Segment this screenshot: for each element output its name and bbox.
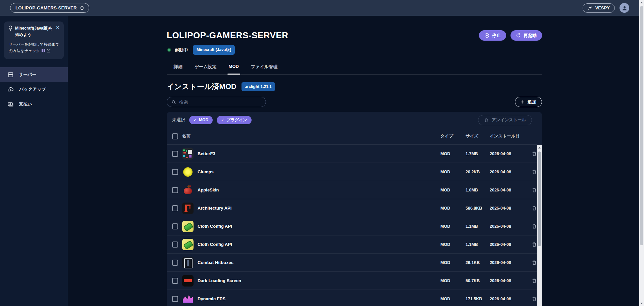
row-checkbox[interactable]: [172, 242, 178, 248]
stop-server-button[interactable]: 停止: [479, 30, 506, 41]
mod-name: Cloth Config API: [196, 242, 440, 247]
mod-table-row[interactable]: BetterF3 MOD 1.7MB 2026-04-08: [167, 145, 542, 163]
mod-table-row[interactable]: AppleSkin MOD 1.0MB 2026-04-08: [167, 181, 542, 199]
check-icon: ✓: [221, 118, 224, 122]
mod-table-row[interactable]: Combat Hitboxes MOD 26.1KB 2026-04-08: [167, 254, 542, 272]
uninstall-button[interactable]: アンインストール: [478, 115, 532, 125]
trash-icon: [532, 169, 537, 175]
mod-icon: [182, 257, 194, 268]
mod-installed: 2026-04-08: [490, 278, 527, 283]
table-scrollbar-thumb[interactable]: [538, 151, 541, 246]
page-title: LOLIPOP-GAMERS-SERVER: [167, 30, 288, 41]
search-icon: [171, 100, 176, 104]
mod-type: MOD: [440, 224, 466, 229]
mod-size: 586.8KB: [466, 206, 490, 211]
sidebar-item-payment[interactable]: 支払い: [0, 97, 68, 112]
mod-search-input[interactable]: [179, 99, 261, 104]
mod-table-row[interactable]: Clumps MOD 20.2KB 2026-04-08: [167, 163, 542, 181]
mod-table-row[interactable]: Cloth Config API MOD 1.1MB 2026-04-08: [167, 217, 542, 235]
mod-size: 1.0MB: [466, 188, 490, 192]
person-icon: [622, 5, 628, 11]
filter-chip-plugin[interactable]: ✓ プラグイン: [217, 116, 251, 124]
add-mod-button[interactable]: 追加: [515, 97, 542, 107]
mod-icon: [182, 239, 194, 250]
mod-search-box: [167, 97, 266, 107]
sidebar-item-backup[interactable]: バックアップ: [0, 82, 68, 97]
sparkle-icon: [588, 5, 593, 10]
mod-installed: 2026-04-08: [490, 242, 527, 247]
mod-table-row[interactable]: Dynamic FPS MOD 171.5KB 2026-04-08: [167, 290, 542, 306]
select-all-checkbox[interactable]: [172, 133, 178, 139]
book-icon: [41, 48, 46, 55]
mod-table-row[interactable]: Architectury API MOD 586.8KB 2026-04-08: [167, 199, 542, 217]
mod-icon: [182, 203, 194, 214]
row-checkbox[interactable]: [172, 205, 178, 211]
external-link-icon[interactable]: [47, 48, 51, 55]
delete-mod-button[interactable]: [532, 169, 537, 175]
mod-installed: 2026-04-08: [490, 170, 527, 174]
mod-type: MOD: [440, 206, 466, 211]
tab-mod[interactable]: MOD: [224, 60, 243, 74]
scrollbar-up-arrow[interactable]: [537, 145, 542, 150]
trash-icon: [532, 278, 537, 283]
mod-name: AppleSkin: [196, 187, 440, 192]
mod-table-row[interactable]: Cloth Config API MOD 1.1MB 2026-04-08: [167, 235, 542, 254]
page-scrollbar-thumb[interactable]: [640, 6, 643, 245]
cloud-backup-icon: [7, 86, 14, 93]
page-scrollbar[interactable]: [639, 0, 644, 306]
mod-icon: [182, 184, 194, 196]
mod-size: 50.7KB: [466, 278, 490, 283]
tab-file-manager[interactable]: ファイル管理: [247, 60, 282, 74]
chevron-updown-icon: [80, 6, 84, 10]
table-scrollbar[interactable]: [537, 145, 542, 306]
mod-size: 1.1MB: [466, 242, 490, 247]
tab-details[interactable]: 詳細: [169, 60, 187, 74]
mod-table-body: BetterF3 MOD 1.7MB 2026-04-08 Clumps MOD…: [167, 145, 542, 306]
restart-icon: [516, 33, 521, 38]
sidebar-item-label: バックアップ: [19, 86, 46, 92]
filter-chip-mod[interactable]: ✓ MOD: [189, 116, 213, 124]
delete-mod-button[interactable]: [532, 205, 537, 211]
row-checkbox[interactable]: [172, 151, 178, 157]
trash-icon: [532, 151, 537, 157]
column-header-installed: インストール日: [490, 133, 527, 139]
account-avatar-button[interactable]: [620, 3, 629, 13]
mod-size: 26.1KB: [466, 260, 490, 265]
row-checkbox[interactable]: [172, 278, 178, 284]
trash-icon: [532, 242, 537, 247]
delete-mod-button[interactable]: [532, 151, 537, 157]
add-label: 追加: [528, 99, 536, 105]
vespy-label: VESPY: [595, 5, 610, 10]
mod-table-row[interactable]: Dark Loading Screen MOD 50.7KB 2026-04-0…: [167, 272, 542, 290]
game-edition-badge: Minecraft (Java版): [193, 45, 235, 55]
restart-server-button[interactable]: 再起動: [511, 30, 542, 41]
delete-mod-button[interactable]: [532, 187, 537, 193]
row-checkbox[interactable]: [172, 223, 178, 229]
scrollbar-down-arrow[interactable]: [640, 303, 643, 304]
delete-mod-button[interactable]: [532, 296, 537, 302]
scrollbar-up-arrow[interactable]: [640, 2, 643, 3]
delete-mod-button[interactable]: [532, 278, 537, 283]
restart-label: 再起動: [524, 33, 537, 39]
mod-size: 1.7MB: [466, 151, 490, 156]
mod-type: MOD: [440, 242, 466, 247]
row-checkbox[interactable]: [172, 169, 178, 175]
topbar: LOLIPOP-GAMERS-SERVER VESPY: [0, 0, 644, 16]
mod-installed: 2026-04-08: [490, 206, 527, 211]
vespy-button[interactable]: VESPY: [583, 3, 615, 13]
delete-mod-button[interactable]: [532, 242, 537, 247]
row-checkbox[interactable]: [172, 187, 178, 193]
server-selector-dropdown[interactable]: LOLIPOP-GAMERS-SERVER: [10, 3, 89, 13]
delete-mod-button[interactable]: [532, 223, 537, 229]
tab-game-settings[interactable]: ゲーム設定: [190, 60, 221, 74]
onboarding-notice-card: Minecraft(Java版)を始めよう ✕ サーバーを起動して接続までの方法…: [4, 21, 64, 59]
mods-table-card: 未選択 ✓ MOD ✓ プラグイン: [167, 112, 542, 306]
close-icon[interactable]: ✕: [56, 25, 60, 30]
uninstall-label: アンインストール: [492, 117, 526, 123]
trash-icon: [484, 118, 489, 123]
main-area: LOLIPOP-GAMERS-SERVER 停止 再起動: [68, 16, 644, 306]
row-checkbox[interactable]: [172, 260, 178, 266]
row-checkbox[interactable]: [172, 296, 178, 302]
sidebar-item-server[interactable]: サーバー: [0, 67, 68, 82]
delete-mod-button[interactable]: [532, 260, 537, 265]
